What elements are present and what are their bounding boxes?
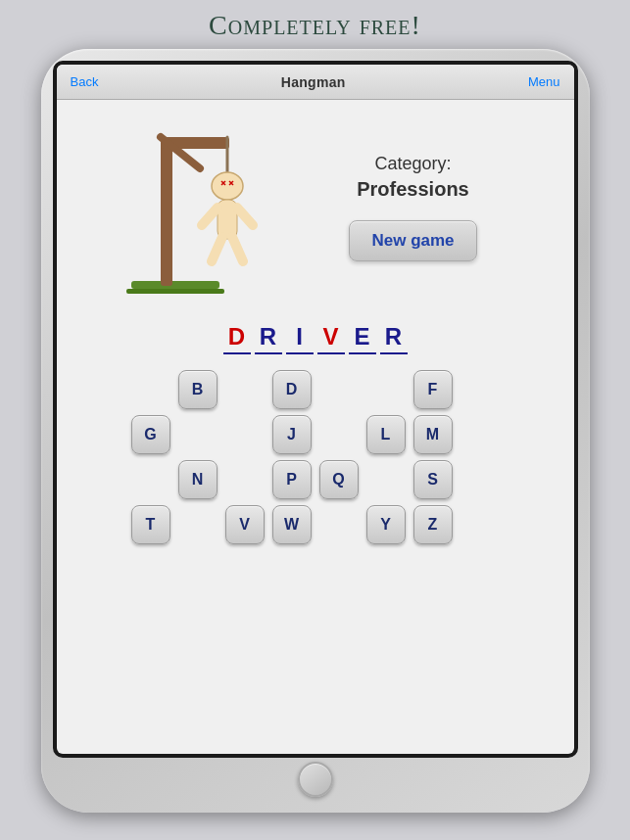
nav-title: Hangman xyxy=(281,74,346,90)
svg-line-13 xyxy=(237,208,253,225)
svg-rect-2 xyxy=(161,139,172,286)
key-G[interactable]: G xyxy=(131,415,170,454)
home-button[interactable] xyxy=(298,762,333,797)
key-L[interactable]: L xyxy=(366,415,406,454)
category-label: Category: xyxy=(374,154,451,174)
game-area: Category: Professions New game xyxy=(57,100,574,315)
word-display: D R I V E R xyxy=(57,315,574,366)
svg-point-6 xyxy=(212,172,243,200)
key-P[interactable]: P xyxy=(272,460,312,499)
word-letter-R2: R xyxy=(380,323,408,354)
key-Q[interactable]: Q xyxy=(319,460,359,499)
menu-button[interactable]: Menu xyxy=(528,74,560,89)
key-M[interactable]: M xyxy=(413,415,453,454)
key-S[interactable]: S xyxy=(413,460,453,499)
key-row-1: B D F xyxy=(67,370,564,409)
new-game-button[interactable]: New game xyxy=(349,220,476,261)
game-info: Category: Professions New game xyxy=(268,110,558,305)
svg-line-12 xyxy=(202,208,218,225)
key-N[interactable]: N xyxy=(178,460,218,499)
word-letter-E: E xyxy=(349,323,376,354)
home-button-area xyxy=(298,758,333,801)
category-value: Professions xyxy=(357,178,468,201)
key-row-2: G J L M xyxy=(67,415,564,454)
word-letter-V: V xyxy=(317,323,345,354)
word-letter-D: D xyxy=(223,323,251,354)
nav-bar: Back Hangman Menu xyxy=(57,65,574,100)
key-J[interactable]: J xyxy=(272,415,312,454)
key-D[interactable]: D xyxy=(272,370,312,409)
keyboard-area: B D F G J L M xyxy=(57,366,574,754)
key-row-3: N P Q S xyxy=(67,460,564,499)
back-button[interactable]: Back xyxy=(71,74,99,89)
key-W[interactable]: W xyxy=(272,505,312,544)
key-F[interactable]: F xyxy=(413,370,453,409)
hangman-figure xyxy=(73,110,268,305)
key-T[interactable]: T xyxy=(131,505,170,544)
svg-rect-0 xyxy=(131,281,219,289)
svg-rect-1 xyxy=(126,289,224,294)
key-Y[interactable]: Y xyxy=(366,505,406,544)
word-letter-R1: R xyxy=(255,323,282,354)
key-Z[interactable]: Z xyxy=(413,505,453,544)
key-V[interactable]: V xyxy=(225,505,265,544)
svg-line-14 xyxy=(212,237,222,261)
key-row-4: T V W Y Z xyxy=(67,505,564,544)
svg-line-15 xyxy=(232,237,243,261)
key-B[interactable]: B xyxy=(178,370,218,409)
page-title: Completely free! xyxy=(209,10,421,41)
tablet-device: Back Hangman Menu xyxy=(41,49,590,813)
word-letter-I: I xyxy=(286,323,314,354)
